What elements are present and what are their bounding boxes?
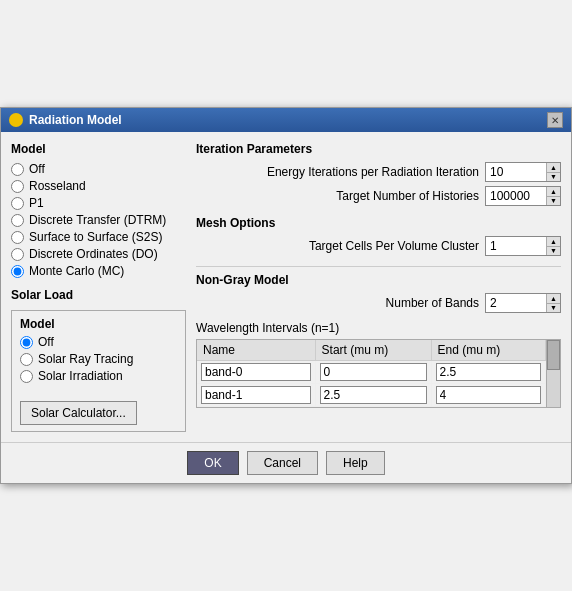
radio-item-mc[interactable]: Monte Carlo (MC)	[11, 264, 186, 278]
mesh-cells-up[interactable]: ▲	[547, 237, 560, 247]
help-button[interactable]: Help	[326, 451, 385, 475]
histories-up[interactable]: ▲	[547, 187, 560, 197]
mesh-cells-spinbox[interactable]: ▲ ▼	[485, 236, 561, 256]
mesh-cells-label: Target Cells Per Volume Cluster	[309, 239, 479, 253]
col-end: End (mu m)	[431, 340, 545, 361]
scrollbar-thumb[interactable]	[547, 340, 560, 370]
band0-name-input[interactable]	[201, 363, 311, 381]
solar-radio-irrad-label: Solar Irradiation	[38, 369, 123, 383]
solar-radio-ray[interactable]	[20, 353, 33, 366]
solar-model-label: Model	[20, 317, 177, 331]
wavelength-table-container: Name Start (mu m) End (mu m)	[196, 339, 561, 408]
energy-iterations-down[interactable]: ▼	[547, 173, 560, 182]
nongray-section: Non-Gray Model Number of Bands ▲ ▼ Wavel…	[196, 266, 561, 408]
band0-end-cell[interactable]	[431, 361, 545, 384]
radio-off-label: Off	[29, 162, 45, 176]
solar-load-title: Solar Load	[11, 288, 186, 302]
mesh-section: Mesh Options Target Cells Per Volume Clu…	[196, 216, 561, 256]
col-start: Start (mu m)	[315, 340, 431, 361]
band0-start-cell[interactable]	[315, 361, 431, 384]
iteration-title: Iteration Parameters	[196, 142, 561, 156]
mesh-cells-down[interactable]: ▼	[547, 247, 560, 256]
band1-end-cell[interactable]	[431, 384, 545, 407]
radio-do-label: Discrete Ordinates (DO)	[29, 247, 158, 261]
col-name: Name	[197, 340, 315, 361]
bands-spinbox[interactable]: ▲ ▼	[485, 293, 561, 313]
radio-s2s-label: Surface to Surface (S2S)	[29, 230, 162, 244]
solar-radio-group: Off Solar Ray Tracing Solar Irradiation	[20, 335, 177, 383]
energy-iterations-row: Energy Iterations per Radiation Iteratio…	[196, 162, 561, 182]
left-panel: Model Off Rosseland P1 Discrete Transfer…	[11, 142, 186, 432]
bands-down[interactable]: ▼	[547, 304, 560, 313]
bands-up[interactable]: ▲	[547, 294, 560, 304]
close-button[interactable]: ✕	[547, 112, 563, 128]
wavelength-table: Name Start (mu m) End (mu m)	[197, 340, 546, 407]
histories-input[interactable]	[486, 187, 546, 205]
solar-radio-item-off[interactable]: Off	[20, 335, 177, 349]
radio-p1[interactable]	[11, 197, 24, 210]
mesh-cells-input[interactable]	[486, 237, 546, 255]
model-section-title: Model	[11, 142, 186, 156]
footer: OK Cancel Help	[1, 442, 571, 483]
radio-item-s2s[interactable]: Surface to Surface (S2S)	[11, 230, 186, 244]
energy-iterations-input[interactable]	[486, 163, 546, 181]
solar-radio-ray-label: Solar Ray Tracing	[38, 352, 133, 366]
table-header-row: Name Start (mu m) End (mu m)	[197, 340, 546, 361]
solar-radio-off-label: Off	[38, 335, 54, 349]
band1-end-input[interactable]	[436, 386, 541, 404]
radio-dtrm-label: Discrete Transfer (DTRM)	[29, 213, 166, 227]
right-panel: Iteration Parameters Energy Iterations p…	[196, 142, 561, 432]
solar-radio-item-ray[interactable]: Solar Ray Tracing	[20, 352, 177, 366]
radio-do[interactable]	[11, 248, 24, 261]
band1-name-input[interactable]	[201, 386, 311, 404]
table-row	[197, 361, 546, 384]
bands-input[interactable]	[486, 294, 546, 312]
energy-iterations-spinbox[interactable]: ▲ ▼	[485, 162, 561, 182]
main-content: Model Off Rosseland P1 Discrete Transfer…	[1, 132, 571, 442]
bands-label: Number of Bands	[386, 296, 479, 310]
scrollbar-track[interactable]	[546, 340, 560, 407]
mesh-cells-row: Target Cells Per Volume Cluster ▲ ▼	[196, 236, 561, 256]
nongray-title: Non-Gray Model	[196, 273, 561, 287]
wavelength-label: Wavelength Intervals (n=1)	[196, 321, 561, 335]
band1-name-cell[interactable]	[197, 384, 315, 407]
cancel-button[interactable]: Cancel	[247, 451, 318, 475]
radio-off[interactable]	[11, 163, 24, 176]
radio-item-do[interactable]: Discrete Ordinates (DO)	[11, 247, 186, 261]
iteration-section: Iteration Parameters Energy Iterations p…	[196, 142, 561, 206]
radio-rosseland-label: Rosseland	[29, 179, 86, 193]
solar-radio-off[interactable]	[20, 336, 33, 349]
band0-start-input[interactable]	[320, 363, 427, 381]
title-bar: Radiation Model ✕	[1, 108, 571, 132]
radio-item-off[interactable]: Off	[11, 162, 186, 176]
solar-radio-irrad[interactable]	[20, 370, 33, 383]
solar-radio-item-irrad[interactable]: Solar Irradiation	[20, 369, 177, 383]
table-row	[197, 384, 546, 407]
histories-spinbox[interactable]: ▲ ▼	[485, 186, 561, 206]
title-icon	[9, 113, 23, 127]
bands-row: Number of Bands ▲ ▼	[196, 293, 561, 313]
radio-item-dtrm[interactable]: Discrete Transfer (DTRM)	[11, 213, 186, 227]
histories-row: Target Number of Histories ▲ ▼	[196, 186, 561, 206]
energy-iterations-up[interactable]: ▲	[547, 163, 560, 173]
dialog-title: Radiation Model	[29, 113, 122, 127]
solar-load-box: Model Off Solar Ray Tracing Solar Irradi…	[11, 310, 186, 432]
histories-down[interactable]: ▼	[547, 197, 560, 206]
energy-iterations-label: Energy Iterations per Radiation Iteratio…	[267, 165, 479, 179]
radio-mc[interactable]	[11, 265, 24, 278]
radio-rosseland[interactable]	[11, 180, 24, 193]
radio-item-rosseland[interactable]: Rosseland	[11, 179, 186, 193]
radio-dtrm[interactable]	[11, 214, 24, 227]
radio-s2s[interactable]	[11, 231, 24, 244]
radio-item-p1[interactable]: P1	[11, 196, 186, 210]
ok-button[interactable]: OK	[187, 451, 238, 475]
table-wrapper[interactable]: Name Start (mu m) End (mu m)	[197, 340, 546, 407]
band1-start-input[interactable]	[320, 386, 427, 404]
solar-calculator-button[interactable]: Solar Calculator...	[20, 401, 137, 425]
radio-p1-label: P1	[29, 196, 44, 210]
band1-start-cell[interactable]	[315, 384, 431, 407]
band0-name-cell[interactable]	[197, 361, 315, 384]
radiation-model-dialog: Radiation Model ✕ Model Off Rosseland P1	[0, 107, 572, 484]
radio-mc-label: Monte Carlo (MC)	[29, 264, 124, 278]
band0-end-input[interactable]	[436, 363, 541, 381]
